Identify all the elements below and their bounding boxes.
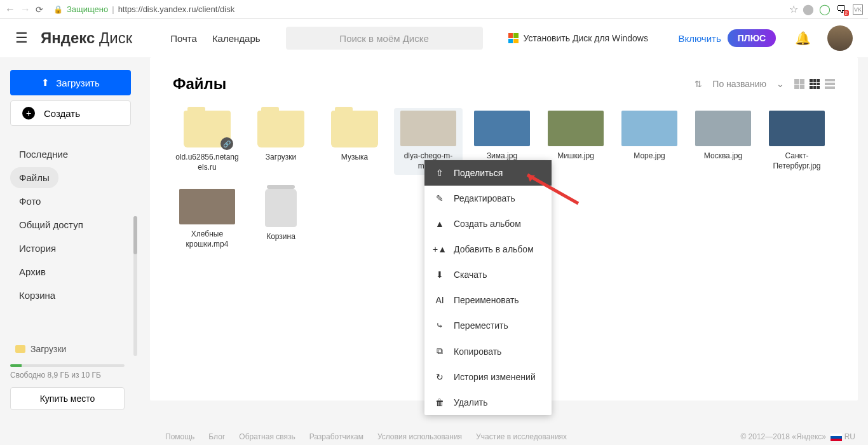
sort-label[interactable]: По названию	[712, 79, 766, 89]
footer: ПомощьБлогОбратная связьРазработчикамУсл…	[165, 432, 855, 441]
footer-link[interactable]: Блог	[208, 432, 225, 441]
chevron-down-icon[interactable]: ⌄	[776, 79, 784, 89]
link-calendar[interactable]: Календарь	[212, 33, 261, 44]
file-item[interactable]: Море.jpg	[615, 108, 684, 175]
ctx-item-6[interactable]: ⤷Переместить	[424, 313, 552, 338]
image-thumb	[769, 111, 825, 146]
sidebar-scrollbar[interactable]	[133, 216, 137, 356]
ctx-icon: ✎	[435, 193, 445, 203]
ctx-item-3[interactable]: +▲Добавить в альбом	[424, 236, 552, 262]
search-input[interactable]: Поиск в моём Диске	[286, 27, 483, 50]
enable-plus-link[interactable]: Включить	[678, 33, 721, 44]
file-item[interactable]: Москва.jpg	[689, 108, 757, 175]
sidebar-item-6[interactable]: Корзина	[10, 285, 64, 306]
file-item[interactable]: Мишки.jpg	[541, 108, 610, 175]
ctx-item-7[interactable]: ⧉Копировать	[424, 338, 552, 364]
windows-icon	[508, 33, 519, 43]
ctx-item-8[interactable]: ↻История изменений	[424, 364, 552, 390]
ctx-label: Переместить	[454, 320, 508, 331]
image-thumb	[474, 111, 530, 146]
view-list-icon[interactable]	[825, 79, 835, 89]
image-thumb	[179, 189, 235, 224]
ctx-label: Удалить	[454, 397, 487, 407]
tree-item-downloads[interactable]: Загрузки	[10, 344, 130, 354]
sidebar-item-5[interactable]: Архив	[10, 261, 55, 282]
file-item[interactable]: Санкт-Петербург.jpg	[763, 108, 831, 175]
trash-icon	[265, 189, 297, 227]
plus-icon: +	[22, 107, 35, 120]
file-name: old.u62856.netangels.ru	[175, 153, 239, 172]
back-icon[interactable]: ←	[5, 4, 15, 15]
storage-bar	[10, 364, 125, 367]
hamburger-icon[interactable]: ☰	[15, 30, 28, 46]
ctx-label: История изменений	[454, 372, 536, 382]
file-name: Корзина	[266, 232, 295, 242]
reload-icon[interactable]: ⟳	[36, 4, 43, 15]
footer-link[interactable]: Условия использования	[377, 432, 462, 441]
ctx-icon: 🗑	[435, 397, 445, 407]
star-icon[interactable]: ☆	[789, 3, 798, 15]
sidebar-item-4[interactable]: История	[10, 238, 65, 259]
logo[interactable]: Яндекс Диск	[41, 29, 132, 47]
ctx-label: Переименовать	[454, 295, 519, 305]
ctx-icon: ⇧	[435, 168, 445, 178]
ctx-icon: ▲	[435, 219, 445, 229]
folder-icon: 🔗	[184, 111, 231, 147]
file-name: Загрузки	[266, 153, 296, 163]
ext-icon-vk[interactable]: VK	[853, 4, 863, 15]
view-large-icon[interactable]	[794, 79, 804, 89]
link-mail[interactable]: Почта	[170, 33, 197, 44]
image-thumb	[621, 111, 677, 146]
sidebar-item-0[interactable]: Последние	[10, 144, 77, 165]
flag-ru-icon	[831, 434, 842, 441]
sidebar-item-2[interactable]: Фото	[10, 191, 50, 212]
footer-link[interactable]: Обратная связь	[239, 432, 295, 441]
ctx-icon: ⤷	[435, 320, 445, 331]
file-item[interactable]: Музыка	[320, 108, 389, 175]
folder-icon	[257, 111, 304, 147]
url-bar[interactable]: 🔒 Защищено | https://disk.yandex.ru/clie…	[48, 4, 784, 14]
sidebar-item-3[interactable]: Общий доступ	[10, 214, 92, 235]
file-item[interactable]: 🔗old.u62856.netangels.ru	[173, 108, 241, 175]
file-item[interactable]: Загрузки	[247, 108, 315, 175]
sidebar: ⬆ Загрузить + Создать ПоследниеФайлыФото…	[0, 57, 140, 445]
forward-icon[interactable]: →	[20, 4, 31, 15]
footer-link[interactable]: Разработчикам	[309, 432, 363, 441]
ext-icon-1[interactable]: ⬤	[803, 4, 813, 15]
ext-icon-3[interactable]: 🗨2	[836, 4, 846, 15]
lock-icon: 🔒	[53, 5, 63, 14]
ctx-label: Добавить в альбом	[454, 244, 534, 254]
ctx-item-9[interactable]: 🗑Удалить	[424, 390, 552, 415]
upload-button[interactable]: ⬆ Загрузить	[10, 70, 131, 95]
ctx-item-5[interactable]: AIПереименовать	[424, 287, 552, 313]
image-thumb	[548, 111, 604, 146]
avatar[interactable]	[827, 25, 853, 51]
file-name: Хлебные крошки.mp4	[175, 229, 239, 249]
ctx-icon: ⬇	[435, 270, 445, 280]
buy-space-button[interactable]: Купить место	[10, 387, 125, 410]
file-item[interactable]: Корзина	[247, 186, 315, 252]
extension-icons: ⬤ ◯ 🗨2 VK	[803, 4, 863, 15]
install-windows[interactable]: Установить Диск для Windows	[508, 33, 648, 43]
ctx-item-2[interactable]: ▲Создать альбом	[424, 211, 552, 236]
ext-icon-2[interactable]: ◯	[820, 4, 830, 15]
ctx-label: Редактировать	[454, 193, 515, 203]
sidebar-item-1[interactable]: Файлы	[10, 167, 58, 188]
ctx-label: Поделиться	[454, 168, 503, 178]
annotation-arrow	[521, 172, 585, 212]
secure-label: Защищено	[67, 4, 108, 14]
file-name: Море.jpg	[634, 151, 665, 161]
create-button[interactable]: + Создать	[10, 100, 131, 126]
plus-badge[interactable]: ПЛЮС	[728, 29, 776, 47]
browser-bar: ← → ⟳ 🔒 Защищено | https://disk.yandex.r…	[0, 0, 868, 19]
bell-icon[interactable]: 🔔	[795, 31, 811, 46]
link-badge-icon: 🔗	[220, 137, 233, 150]
sort-icon[interactable]: ⇅	[695, 79, 702, 89]
ctx-item-4[interactable]: ⬇Скачать	[424, 262, 552, 287]
footer-link[interactable]: Помощь	[165, 432, 194, 441]
file-name: Москва.jpg	[704, 151, 742, 161]
footer-link[interactable]: Участие в исследованиях	[476, 432, 567, 441]
view-grid-icon[interactable]	[810, 79, 820, 89]
file-item[interactable]: Хлебные крошки.mp4	[173, 186, 241, 252]
copyright: © 2012—2018 «Яндекс» RU	[740, 432, 855, 441]
